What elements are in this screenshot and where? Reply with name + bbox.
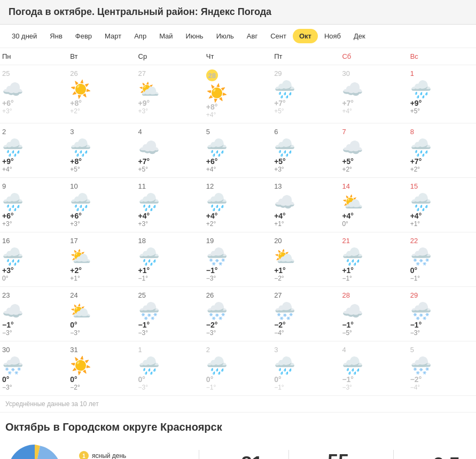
day-sep27[interactable]: 27 ⛅ +9° +3°: [136, 65, 204, 123]
day-oct31[interactable]: 31 ☀️ 0° −2°: [68, 341, 136, 396]
day-nov1[interactable]: 1 🌧️ 0° −3°: [136, 341, 204, 396]
month-nav: 30 дней Янв Февр Март Апр Май Июнь Июль …: [0, 25, 476, 48]
nav-jan[interactable]: Янв: [43, 29, 68, 43]
stats-divider-3: [393, 450, 394, 459]
pie-legend: 1 ясный день 24 дня с длительными осадка…: [79, 451, 183, 459]
weather-calendar: Пн Вт Ср Чт Пт Сб Вс 25 ☁️ +6° +3° 26: [0, 48, 476, 396]
calendar-row-4: 16 🌧️ +3° 0° 17 ⛅ +2° +1° 18 🌧️ +1: [0, 232, 476, 287]
day-oct7[interactable]: 7 ☁️ +5° +2°: [340, 123, 408, 178]
day-nov5[interactable]: 5 🌨️ −2° −4°: [408, 341, 476, 396]
humidity-value: 81: [241, 453, 262, 459]
nav-nov[interactable]: Нояб: [318, 29, 347, 43]
weekday-fri: Пт: [272, 48, 340, 65]
page-title: Погода в октябре. Центральный район: Янд…: [0, 0, 476, 25]
nav-30days[interactable]: 30 дней: [5, 29, 43, 43]
calendar-row-5: 23 ☁️ −1° −3° 24 ⛅ 0° −3° 25 🌨️ −1°: [0, 287, 476, 341]
day-oct4[interactable]: 4 ☁️ +7° +5°: [136, 123, 204, 178]
day-sep29[interactable]: 29 🌧️ +7° +5°: [272, 65, 340, 123]
day-oct9[interactable]: 9 🌧️ +6° +3°: [0, 178, 68, 232]
day-oct2[interactable]: 2 🌧️ +9° +4°: [0, 123, 68, 178]
pie-chart: 💧: [5, 442, 64, 459]
day-oct12[interactable]: 12 🌧️ +4° +2°: [204, 178, 272, 232]
legend-dot-sunny: 1: [79, 451, 89, 459]
day-oct10[interactable]: 10 🌧️ +6° +3°: [68, 178, 136, 232]
day-oct22[interactable]: 22 🌨️ 0° −1°: [408, 232, 476, 287]
day-oct20[interactable]: 20 ⛅ +1° −2°: [272, 232, 340, 287]
calendar-row-3: 9 🌧️ +6° +3° 10 🌧️ +6° +3° 11 🌧️: [0, 178, 476, 232]
day-oct28[interactable]: 28 ☁️ −1° −5°: [340, 287, 408, 341]
weekday-sat: Сб: [340, 48, 408, 65]
humidity-stat: 💧 81 % влажность воздуха: [215, 453, 272, 459]
nav-apr[interactable]: Апр: [128, 29, 153, 43]
weekday-thu: Чт: [204, 48, 272, 65]
day-oct15[interactable]: 15 🌧️ +4° +1°: [408, 178, 476, 232]
day-sep30[interactable]: 30 ☁️ +7° +4°: [340, 65, 408, 123]
nav-may[interactable]: Май: [153, 29, 179, 43]
stats-divider-1: [199, 450, 199, 459]
day-nov2[interactable]: 2 🌧️ 0° −1°: [204, 341, 272, 396]
day-oct27[interactable]: 27 🌨️ −2° −4°: [272, 287, 340, 341]
day-sep25[interactable]: 25 ☁️ +6° +3°: [0, 65, 68, 123]
day-oct17[interactable]: 17 ⛅ +2° +1°: [68, 232, 136, 287]
day-oct13[interactable]: 13 ☁️ +4° +1°: [272, 178, 340, 232]
legend-sunny: 1 ясный день: [79, 451, 183, 459]
day-oct11[interactable]: 11 🌧️ +4° +3°: [136, 178, 204, 232]
day-oct18[interactable]: 18 🌧️ +1° −1°: [136, 232, 204, 287]
nav-dec[interactable]: Дек: [347, 29, 372, 43]
day-oct8[interactable]: 8 🌧️ +7° +2°: [408, 123, 476, 178]
nav-sep[interactable]: Сент: [264, 29, 293, 43]
weekday-wed: Ср: [136, 48, 204, 65]
wind-value: 3,5: [433, 454, 460, 459]
weekday-mon: Пн: [0, 48, 68, 65]
day-oct30[interactable]: 30 🌨️ 0° −3°: [0, 341, 68, 396]
day-oct23[interactable]: 23 ☁️ −1° −3°: [0, 287, 68, 341]
nav-jun[interactable]: Июнь: [180, 29, 210, 43]
day-oct29[interactable]: 29 🌨️ −1° −3°: [408, 287, 476, 341]
weekday-tue: Вт: [68, 48, 136, 65]
day-oct6[interactable]: 6 🌧️ +5° +3°: [272, 123, 340, 178]
day-oct3[interactable]: 3 🌧️ +8° +5°: [68, 123, 136, 178]
precipitation-value: 55: [327, 450, 349, 460]
day-oct26[interactable]: 26 🌨️ −2° −3°: [204, 287, 272, 341]
day-oct25[interactable]: 25 🌨️ −1° −3°: [136, 287, 204, 341]
calendar-row-6: 30 🌨️ 0° −3° 31 ☀️ 0° −2° 1 🌧️ 0°: [0, 341, 476, 396]
calendar-row-1: 25 ☁️ +6° +3° 26 ☀️ +8° +2° 27 ⛅ +9°: [0, 65, 476, 123]
day-oct21[interactable]: 21 🌧️ +1° −1°: [340, 232, 408, 287]
legend-label-sunny: ясный день: [92, 452, 126, 459]
day-nov3[interactable]: 3 🌧️ 0° −1°: [272, 341, 340, 396]
stats-divider-2: [288, 450, 289, 459]
stats-content: 💧 1 ясный день 24 дня с длительными осад…: [5, 442, 471, 459]
stats-title: Октябрь в Городском округе Красноярск: [5, 421, 471, 433]
weekday-sun: Вс: [408, 48, 476, 65]
nav-mar[interactable]: Март: [98, 29, 128, 43]
day-nov4[interactable]: 4 🌧️ −1° −3°: [340, 341, 408, 396]
day-oct24[interactable]: 24 ⛅ 0° −3°: [68, 287, 136, 341]
footnote: Усреднённые данные за 10 лет: [0, 396, 476, 413]
wind-stat: 💨 3,5 м/с ветер ➤ ЮЗ: [410, 454, 471, 459]
day-sep28[interactable]: 28 ☀️ +8° +4°: [204, 65, 272, 123]
nav-aug[interactable]: Авг: [240, 29, 264, 43]
nav-jul[interactable]: Июль: [210, 29, 240, 43]
nav-oct[interactable]: Окт: [293, 29, 318, 43]
precipitation-stat: 🌧️ 55 мм осадков (10% годовой нормы): [305, 450, 377, 460]
pie-chart-svg: 💧: [5, 442, 64, 459]
day-oct19[interactable]: 19 🌨️ −1° −3°: [204, 232, 272, 287]
nav-feb[interactable]: Февр: [69, 29, 98, 43]
day-oct1[interactable]: 1 🌧️ +9° +5°: [408, 65, 476, 123]
calendar-row-2: 2 🌧️ +9° +4° 3 🌧️ +8° +5° 4 ☁️ +7°: [0, 123, 476, 178]
day-oct5[interactable]: 5 🌧️ +6° +4°: [204, 123, 272, 178]
stats-section: Октябрь в Городском округе Красноярск 💧: [0, 413, 476, 459]
day-oct16[interactable]: 16 🌧️ +3° 0°: [0, 232, 68, 287]
day-oct14[interactable]: 14 ⛅ +4° 0°: [340, 178, 408, 232]
day-sep26[interactable]: 26 ☀️ +8° +2°: [68, 65, 136, 123]
